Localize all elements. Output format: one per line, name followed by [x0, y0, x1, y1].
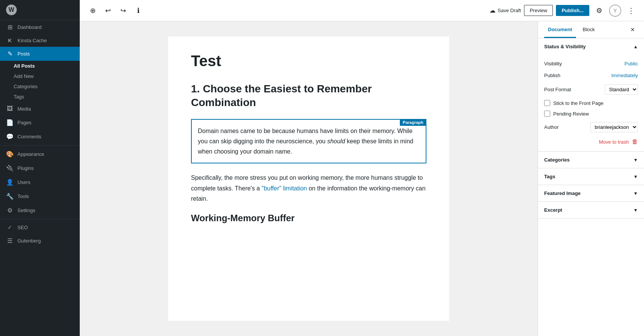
categories-chevron — [633, 157, 638, 163]
sidebar-divider-2 — [0, 219, 80, 219]
kinsta-icon: K — [6, 38, 14, 43]
submenu-add-new[interactable]: Add New — [0, 71, 80, 81]
categories-section: Categories — [538, 152, 644, 168]
sidebar-item-posts[interactable]: ✎ Posts — [0, 47, 80, 61]
seo-icon: ✓ — [6, 224, 14, 230]
sidebar: W ⊞ Dashboard K Kinsta Cache ✎ Posts All… — [0, 0, 80, 336]
sidebar-item-settings[interactable]: ⚙ Settings — [0, 203, 80, 217]
paragraph-2-text: Specifically, the more stress you put on… — [191, 173, 426, 204]
main-area: ⊕ ↩ ↪ ℹ ☁ Save Draft Preview Publish... … — [80, 0, 644, 336]
sidebar-item-label: Media — [17, 106, 31, 112]
paragraph-tag-label: Paragraph — [400, 119, 426, 126]
sidebar-item-label: Posts — [17, 51, 30, 57]
trash-icon: 🗑 — [632, 138, 638, 145]
paragraph-1-text: Domain names came to be because humans h… — [198, 126, 420, 157]
sidebar-divider-1 — [0, 145, 80, 146]
post-format-select[interactable]: Standard — [605, 84, 638, 95]
stick-front-checkbox[interactable] — [544, 100, 550, 106]
add-block-button[interactable]: ⊕ — [86, 4, 99, 17]
editor-inner: Test 1. Choose the Easiest to Remember C… — [168, 36, 449, 321]
submenu-categories[interactable]: Categories — [0, 81, 80, 92]
cloud-icon: ☁ — [489, 7, 496, 14]
post-format-label: Post Format — [544, 87, 571, 92]
author-select[interactable]: brianleejackson — [590, 122, 638, 132]
tab-block[interactable]: Block — [579, 21, 599, 38]
ellipsis-icon: ⋮ — [627, 6, 635, 15]
sidebar-item-tools[interactable]: 🔧 Tools — [0, 189, 80, 203]
featured-image-header[interactable]: Featured Image — [538, 185, 644, 201]
publish-button[interactable]: Publish... — [556, 5, 589, 16]
posts-icon: ✎ — [6, 50, 14, 57]
sidebar-item-appearance[interactable]: 🎨 Appearance — [0, 147, 80, 161]
post-title[interactable]: Test — [191, 52, 426, 70]
sidebar-item-kinsta-cache[interactable]: K Kinsta Cache — [0, 34, 80, 47]
stick-front-row: Stick to the Front Page — [544, 98, 638, 108]
sidebar-item-media[interactable]: 🖼 Media — [0, 102, 80, 116]
heading-working-memory[interactable]: Working-Memory Buffer — [191, 213, 426, 223]
tags-header[interactable]: Tags — [538, 168, 644, 185]
sidebar-item-plugins[interactable]: 🔌 Plugins — [0, 161, 80, 175]
pending-review-label[interactable]: Pending Review — [553, 111, 589, 117]
settings-button[interactable]: ⚙ — [592, 4, 606, 17]
tab-document[interactable]: Document — [544, 21, 576, 38]
yoast-button[interactable]: Y — [609, 5, 621, 17]
submenu-tags[interactable]: Tags — [0, 92, 80, 102]
sidebar-logo[interactable]: W — [0, 0, 80, 20]
sidebar-item-comments[interactable]: 💬 Comments — [0, 130, 80, 144]
status-visibility-section: Status & Visibility Visibility Public Pu… — [538, 38, 644, 152]
media-icon: 🖼 — [6, 105, 14, 112]
sidebar-item-label: Settings — [17, 208, 35, 213]
visibility-label: Visibility — [544, 61, 562, 67]
redo-button[interactable]: ↪ — [116, 4, 130, 17]
users-icon: 👤 — [6, 179, 14, 186]
tools-icon: 🔧 — [6, 193, 14, 200]
info-button[interactable]: ℹ — [131, 4, 145, 17]
pending-review-checkbox[interactable] — [544, 111, 550, 117]
appearance-icon: 🎨 — [6, 151, 14, 158]
undo-button[interactable]: ↩ — [101, 4, 115, 17]
selected-paragraph-block[interactable]: Paragraph Domain names came to be becaus… — [191, 119, 426, 164]
dashboard-icon: ⊞ — [6, 24, 14, 31]
sidebar-item-label: Appearance — [17, 151, 44, 157]
sidebar-item-pages[interactable]: 📄 Pages — [0, 116, 80, 130]
save-draft-label: Save Draft — [498, 8, 521, 13]
move-to-trash-link[interactable]: Move to trash — [599, 139, 629, 145]
categories-title: Categories — [544, 157, 570, 163]
status-visibility-header[interactable]: Status & Visibility — [538, 38, 644, 55]
editor-content[interactable]: Test 1. Choose the Easiest to Remember C… — [80, 21, 538, 336]
move-to-trash-row: Move to trash 🗑 — [544, 135, 638, 145]
featured-image-chevron — [633, 191, 638, 196]
sidebar-item-dashboard[interactable]: ⊞ Dashboard — [0, 20, 80, 34]
status-visibility-body: Visibility Public Publish Immediately Po… — [538, 55, 644, 151]
panel-close-button[interactable]: × — [627, 24, 638, 35]
buffer-limitation-link[interactable]: "buffer" limitation — [262, 185, 307, 192]
publish-row: Publish Immediately — [544, 70, 638, 81]
excerpt-header[interactable]: Excerpt — [538, 202, 644, 218]
wordpress-icon: W — [6, 5, 17, 15]
block-heading-1[interactable]: 1. Choose the Easiest to Remember Combin… — [191, 82, 426, 110]
sidebar-item-gutenberg[interactable]: ☰ Gutenberg — [0, 234, 80, 248]
submenu-all-posts[interactable]: All Posts — [0, 61, 80, 71]
publish-label: Publish — [544, 73, 560, 78]
visibility-value[interactable]: Public — [625, 61, 638, 67]
sidebar-item-seo[interactable]: ✓ SEO — [0, 221, 80, 234]
preview-button[interactable]: Preview — [524, 5, 553, 16]
paragraph-2-block[interactable]: Specifically, the more stress you put on… — [191, 173, 426, 204]
pending-review-row: Pending Review — [544, 108, 638, 119]
plus-icon: ⊕ — [90, 6, 96, 15]
publish-value[interactable]: Immediately — [611, 73, 638, 78]
sidebar-item-label: Comments — [17, 134, 41, 139]
toolbar-right: ☁ Save Draft Preview Publish... ⚙ Y ⋮ — [489, 4, 638, 17]
categories-header[interactable]: Categories — [538, 152, 644, 168]
sidebar-item-users[interactable]: 👤 Users — [0, 175, 80, 189]
status-visibility-title: Status & Visibility — [544, 44, 586, 49]
tags-chevron — [633, 174, 638, 179]
stick-front-label[interactable]: Stick to the Front Page — [553, 100, 603, 106]
plugins-icon: 🔌 — [6, 165, 14, 172]
featured-image-title: Featured Image — [544, 190, 581, 196]
save-draft-button[interactable]: ☁ Save Draft — [489, 7, 521, 14]
tags-title: Tags — [544, 174, 555, 179]
tags-section: Tags — [538, 168, 644, 185]
more-options-button[interactable]: ⋮ — [624, 4, 638, 17]
comments-icon: 💬 — [6, 133, 14, 140]
